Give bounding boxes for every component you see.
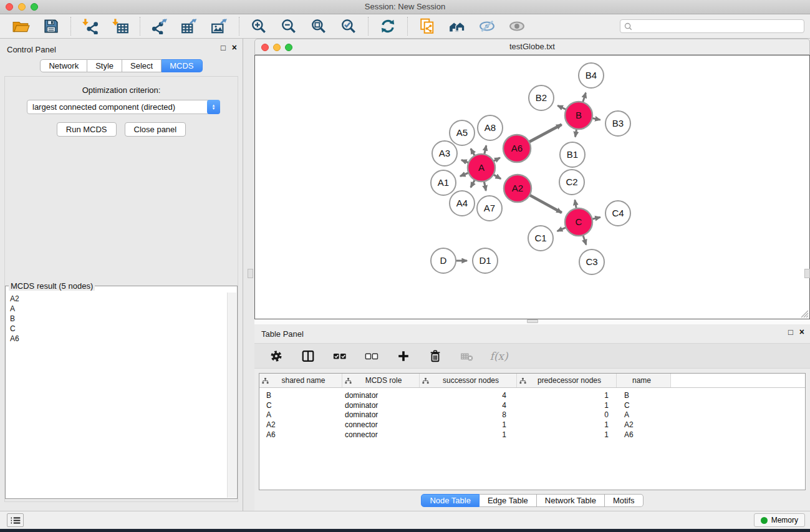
node-A1[interactable]: A1 [431, 170, 456, 195]
new-network-from-selection-button[interactable] [416, 16, 438, 36]
hide-selected-button[interactable] [476, 16, 498, 36]
zoom-fit-button[interactable] [307, 16, 330, 36]
node-C4[interactable]: C4 [605, 201, 630, 226]
show-all-button[interactable] [506, 16, 528, 36]
delete-row-button[interactable] [427, 348, 443, 364]
column-header-mcds-role[interactable]: MCDS role [342, 374, 420, 387]
mcds-result-item[interactable]: A [10, 304, 223, 314]
node-A[interactable]: A [468, 154, 495, 181]
zoom-selected-button[interactable] [337, 16, 360, 36]
node-A2[interactable]: A2 [504, 175, 531, 202]
home-button[interactable] [446, 16, 468, 36]
table-row[interactable]: Adominator80A [259, 410, 805, 420]
deselect-all-rows-button[interactable] [364, 348, 380, 364]
tab-network-table[interactable]: Network Table [537, 494, 605, 507]
open-session-button[interactable] [10, 16, 32, 36]
zoom-out-button[interactable] [277, 16, 300, 36]
import-network-button[interactable] [79, 16, 102, 36]
node-A7[interactable]: A7 [477, 196, 502, 221]
refresh-button[interactable] [377, 16, 399, 36]
node-B4[interactable]: B4 [579, 63, 604, 88]
show-panels-button[interactable] [7, 513, 24, 527]
save-session-button[interactable] [40, 16, 62, 36]
result-scrollbar[interactable] [227, 293, 236, 498]
edge-A2-C[interactable] [529, 195, 562, 213]
node-C1[interactable]: C1 [528, 226, 553, 251]
criterion-select[interactable]: largest connected component (directed) ▲… [27, 100, 220, 114]
search-input[interactable] [635, 21, 800, 31]
network-window-traffic-lights [261, 44, 292, 51]
network-canvas[interactable]: B4B2BB3A8A5A6B1A3AA1C2A2A4A7C4CC1C3DD1 [254, 55, 810, 319]
fullscreen-window-button[interactable] [31, 3, 38, 11]
tab-node-table[interactable]: Node Table [421, 494, 480, 507]
table-row[interactable]: A6connector11A6 [259, 430, 805, 440]
left-splitter-handle[interactable] [248, 269, 253, 278]
trash-icon [428, 349, 442, 363]
mcds-result-item[interactable]: A2 [10, 294, 223, 304]
node-A5[interactable]: A5 [450, 120, 475, 145]
export-table-button[interactable] [178, 16, 201, 36]
table-panel-title: Table Panel [261, 329, 304, 339]
table-row[interactable]: Cdominator41C [259, 400, 805, 410]
node-D[interactable]: D [431, 248, 456, 273]
minimize-window-button[interactable] [18, 3, 26, 11]
tab-network[interactable]: Network [40, 59, 87, 72]
node-C[interactable]: C [565, 208, 592, 236]
run-mcds-button[interactable]: Run MCDS [57, 122, 117, 137]
import-table-button[interactable] [109, 16, 132, 36]
columns-icon [301, 349, 315, 363]
horizontal-splitter[interactable] [254, 319, 810, 324]
mcds-result-item[interactable]: A6 [10, 334, 223, 344]
memory-button[interactable]: Memory [754, 513, 805, 527]
table-settings-button[interactable] [268, 348, 284, 364]
add-row-button[interactable] [395, 348, 412, 364]
node-D1[interactable]: D1 [473, 248, 498, 273]
column-header-successor-nodes[interactable]: successor nodes [420, 374, 517, 387]
tab-motifs[interactable]: Motifs [605, 494, 644, 507]
table-cell: 1 [420, 420, 517, 429]
right-splitter-handle[interactable] [804, 269, 810, 278]
mcds-result-item[interactable]: C [10, 324, 223, 334]
node-A3[interactable]: A3 [432, 141, 457, 166]
tab-style[interactable]: Style [87, 59, 122, 72]
show-columns-button[interactable] [300, 348, 316, 364]
close-view-button[interactable] [261, 44, 269, 51]
close-window-button[interactable] [6, 3, 13, 11]
select-all-rows-button[interactable] [332, 348, 348, 364]
column-header-shared-name[interactable]: shared name [259, 374, 342, 387]
minimize-view-button[interactable] [273, 44, 281, 51]
column-header-name[interactable]: name [617, 374, 671, 387]
table-row[interactable]: Bdominator41B [259, 390, 805, 400]
close-panel-button[interactable]: Close panel [125, 122, 186, 137]
zoom-in-button[interactable] [248, 16, 270, 36]
node-B[interactable]: B [565, 102, 592, 129]
maximize-view-button[interactable] [285, 44, 292, 51]
node-A6[interactable]: A6 [503, 135, 531, 162]
splitter-handle[interactable] [527, 319, 538, 323]
float-panel-icon[interactable]: □ [221, 44, 226, 52]
node-B3[interactable]: B3 [605, 111, 630, 136]
float-panel-icon[interactable]: □ [788, 328, 793, 336]
tab-select[interactable]: Select [122, 59, 162, 72]
node-A4[interactable]: A4 [450, 191, 475, 216]
export-image-button[interactable] [208, 16, 231, 36]
export-network-button[interactable] [148, 16, 171, 36]
node-C2[interactable]: C2 [559, 170, 584, 195]
edge-A6-B[interactable] [528, 125, 562, 143]
mcds-result-item[interactable]: B [10, 314, 223, 324]
column-header-predecessor-nodes[interactable]: predecessor nodes [517, 374, 617, 387]
node-A8[interactable]: A8 [478, 115, 503, 140]
node-C3[interactable]: C3 [579, 249, 604, 274]
node-B2[interactable]: B2 [529, 85, 554, 110]
tab-mcds[interactable]: MCDS [162, 59, 202, 72]
resize-grip-icon[interactable] [799, 309, 809, 318]
close-panel-icon[interactable]: × [232, 44, 237, 52]
destroy-table-button[interactable] [459, 348, 475, 364]
zoom-out-icon [280, 18, 297, 34]
table-cell: A2 [617, 420, 671, 429]
tab-edge-table[interactable]: Edge Table [480, 494, 537, 507]
function-builder-button[interactable]: f(x) [491, 348, 507, 364]
close-panel-icon[interactable]: × [799, 328, 804, 336]
node-B1[interactable]: B1 [560, 142, 585, 167]
table-row[interactable]: A2connector11A2 [259, 420, 805, 430]
